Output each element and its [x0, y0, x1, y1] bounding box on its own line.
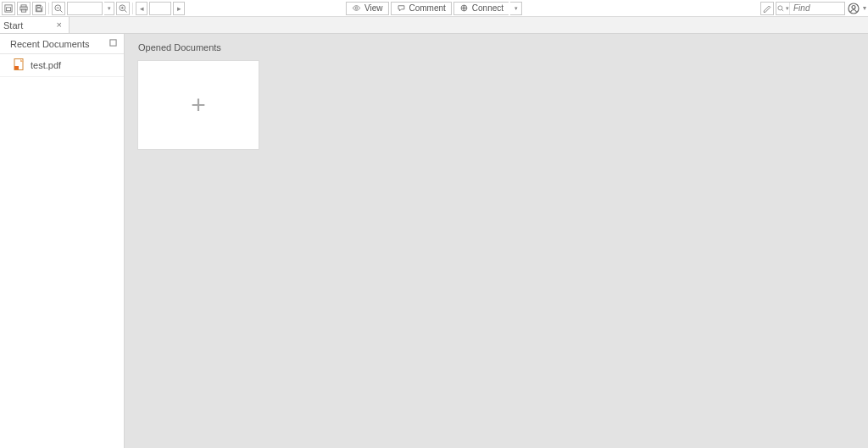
mode-comment-button[interactable]: Comment: [390, 2, 451, 15]
mode-connect-button[interactable]: Connect: [453, 2, 509, 15]
open-document-tile[interactable]: +: [138, 61, 259, 149]
main-area: Recent Documents test.pdf Opened Documen…: [0, 34, 868, 448]
svg-line-8: [60, 9, 63, 12]
recent-item-label: test.pdf: [31, 60, 61, 70]
page-input[interactable]: [149, 2, 171, 15]
zoom-out-button[interactable]: [52, 2, 65, 15]
tab-close-button[interactable]: ×: [57, 20, 62, 30]
tab-strip: Start ×: [0, 17, 868, 34]
mode-dropdown[interactable]: ▾: [510, 2, 522, 15]
svg-line-17: [782, 9, 783, 11]
svg-point-19: [852, 5, 855, 8]
svg-rect-5: [37, 5, 41, 7]
user-menu-button[interactable]: [847, 2, 860, 15]
save-button[interactable]: [32, 2, 46, 15]
expand-icon[interactable]: [109, 39, 117, 48]
mode-switcher: View Comment Connect ▾: [346, 2, 522, 15]
recent-item[interactable]: test.pdf: [0, 54, 124, 77]
zoom-input[interactable]: [67, 2, 103, 15]
svg-point-16: [778, 5, 782, 9]
toolbar-right-group: ▾ ▾: [760, 2, 866, 15]
find-input[interactable]: [790, 3, 844, 13]
pdf-icon: [14, 58, 25, 72]
search-icon: ▾: [776, 3, 790, 14]
plus-icon: +: [191, 92, 206, 118]
sidebar-header: Recent Documents: [0, 34, 124, 54]
svg-rect-1: [6, 7, 10, 10]
mode-view-button[interactable]: View: [346, 2, 389, 15]
tab-start-label: Start: [3, 20, 23, 30]
sidebar-header-label: Recent Documents: [10, 39, 90, 49]
sidebar: Recent Documents test.pdf: [0, 34, 125, 448]
content-area: Opened Documents +: [125, 34, 868, 448]
open-button[interactable]: [2, 2, 15, 15]
find-field[interactable]: ▾: [776, 2, 845, 15]
sign-button[interactable]: [760, 2, 774, 15]
prev-page-button[interactable]: ◂: [136, 2, 147, 15]
svg-rect-4: [21, 8, 25, 11]
svg-line-11: [125, 9, 127, 12]
toolbar-left-group: ▾ ◂ ▸: [2, 2, 185, 15]
svg-point-14: [355, 7, 357, 8]
top-toolbar: ▾ ◂ ▸ View Comment: [0, 0, 868, 17]
next-page-button[interactable]: ▸: [173, 2, 185, 15]
mode-view-label: View: [364, 3, 383, 13]
zoom-in-button[interactable]: [116, 2, 130, 15]
mode-comment-label: Comment: [409, 3, 445, 13]
content-title: Opened Documents: [138, 42, 854, 53]
print-button[interactable]: [17, 2, 31, 15]
svg-rect-6: [36, 8, 41, 11]
user-menu-caret[interactable]: ▾: [863, 4, 866, 12]
zoom-dropdown[interactable]: ▾: [104, 2, 114, 15]
mode-connect-label: Connect: [472, 3, 504, 13]
tab-start[interactable]: Start ×: [0, 17, 70, 33]
svg-rect-20: [110, 40, 116, 46]
